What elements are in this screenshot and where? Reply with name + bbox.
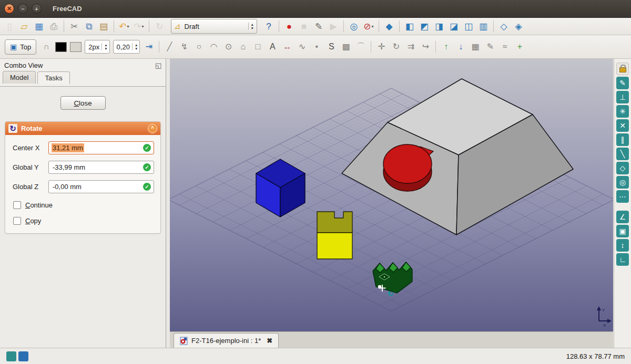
undo-icon[interactable]: ↶▾ [118, 20, 130, 33]
draft-dimension-icon[interactable]: ↔ [281, 40, 293, 53]
draft-polygon-icon[interactable]: ⌂ [237, 40, 249, 53]
continue-checkbox[interactable] [13, 201, 21, 209]
dropdown-arrow-icon[interactable]: ▾ [127, 24, 129, 29]
snap-working-plane-icon[interactable]: ▣ [616, 225, 629, 237]
snap-endpoint-icon[interactable]: ✎ [616, 77, 629, 89]
close-document-icon[interactable]: ✖ [267, 337, 272, 345]
draft-ellipse-icon[interactable]: ⊙ [222, 40, 235, 53]
snap-grid-icon[interactable]: ✳ [616, 105, 629, 118]
refresh-icon[interactable]: ↻ [153, 20, 166, 33]
macro-edit-icon[interactable]: ✎ [312, 20, 325, 33]
open-document-icon[interactable]: ▱ [18, 20, 30, 33]
snap-toggle-icon[interactable]: ∩ [40, 40, 53, 53]
draft-downgrade-icon[interactable]: ↓ [454, 40, 467, 53]
collapse-task-icon[interactable]: ^ [148, 124, 157, 133]
draft-trimex-icon[interactable]: ↪ [419, 40, 432, 53]
center-x-input[interactable]: 31,21 mm ✓ [48, 141, 154, 154]
line-width-arrows[interactable]: ▲▼ [101, 43, 107, 51]
zoom-fit-all-icon[interactable]: ◎ [348, 20, 360, 33]
draft-circle-icon[interactable]: ○ [192, 40, 205, 53]
draft-rectangle-icon[interactable]: □ [251, 40, 264, 53]
line-color-swatch[interactable] [55, 42, 67, 52]
draft-point-icon[interactable]: • [310, 40, 323, 53]
view-right-icon[interactable]: ◨ [433, 20, 445, 33]
document-tab[interactable]: F2-T16-ejemplo-ini : 1* ✖ [174, 333, 279, 348]
view-bottom-icon[interactable]: ◫ [462, 20, 475, 33]
new-document-icon[interactable]: ▯ [3, 20, 16, 33]
save-icon[interactable]: ▦ [33, 20, 45, 33]
draft-edit-icon[interactable]: ✎ [484, 40, 496, 53]
snap-perpendicular-icon[interactable]: ⊥ [616, 91, 629, 103]
close-window-button[interactable]: ✕ [4, 4, 14, 14]
tab-model[interactable]: Model [3, 71, 36, 84]
copy-checkbox-row[interactable]: Copy [13, 217, 160, 225]
view-top-icon[interactable]: ◩ [418, 20, 431, 33]
workbench-selector[interactable]: ⊿ Draft ▲▼ [171, 19, 257, 34]
text-scale-arrows[interactable]: ▲▼ [132, 43, 138, 51]
draft-move-icon[interactable]: ✛ [375, 40, 388, 53]
draft-text-icon[interactable]: A [266, 40, 279, 53]
whats-this-icon[interactable]: ? [262, 20, 275, 33]
snap-near-icon[interactable]: ⋯ [616, 190, 629, 203]
cut-icon[interactable]: ✂ [68, 20, 80, 33]
snap-extension-icon[interactable]: ╲ [616, 148, 629, 160]
minimize-window-button[interactable]: − [18, 4, 28, 14]
3d-viewport[interactable]: ↻ Y X [170, 59, 613, 331]
tab-tasks[interactable]: Tasks [37, 71, 69, 84]
snap-dimensions-icon[interactable]: ↕ [616, 239, 629, 252]
draft-add-point-icon[interactable]: + [513, 40, 526, 53]
draft-polyline-icon[interactable]: ↯ [178, 40, 190, 53]
print-icon[interactable]: ⎙ [47, 20, 60, 33]
draft-wire-to-bspline-icon[interactable]: ≈ [498, 40, 511, 53]
snap-special-icon[interactable]: ◇ [616, 162, 629, 174]
autogroup-icon[interactable]: ⇥ [143, 40, 155, 53]
continue-checkbox-row[interactable]: Continue [13, 201, 160, 209]
copy-icon[interactable]: ⧉ [83, 20, 95, 33]
freecad-window: { "window": { "title": "FreeCAD", "butto… [0, 0, 631, 364]
draft-rotate-icon[interactable]: ↻ [390, 40, 402, 53]
float-panel-icon[interactable]: ◱ [155, 61, 161, 69]
draft-arc-icon[interactable]: ◠ [207, 40, 220, 53]
snap-center-icon[interactable]: ◎ [616, 176, 629, 189]
snap-parallel-icon[interactable]: ∥ [616, 133, 629, 146]
draft-bspline-icon[interactable]: ∿ [296, 40, 308, 53]
view-axonometric-icon[interactable]: ◆ [383, 20, 395, 33]
red-knob-solid[interactable] [383, 144, 433, 191]
view-trimetric-icon[interactable]: ◈ [512, 20, 525, 33]
clipping-plane-icon[interactable]: ⊘▾ [362, 20, 375, 33]
draft-shapestring-icon[interactable]: S [325, 40, 338, 53]
global-z-input[interactable]: -0,00 mm ✓ [48, 180, 154, 193]
copy-checkbox[interactable] [13, 217, 21, 225]
face-color-swatch[interactable] [70, 42, 82, 52]
view-rear-icon[interactable]: ◪ [447, 20, 460, 33]
draft-bezier-icon[interactable]: ⌒ [354, 40, 367, 53]
snap-lock-icon[interactable] [616, 63, 629, 75]
paste-icon[interactable]: ▤ [97, 20, 110, 33]
maximize-window-button[interactable]: + [32, 4, 42, 14]
global-y-input[interactable]: -33,99 mm ✓ [48, 161, 154, 174]
snap-ortho-icon[interactable]: ∟ [616, 253, 629, 266]
workbench-selector-arrows[interactable]: ▲▼ [248, 23, 254, 30]
macro-record-icon[interactable]: ● [283, 20, 296, 33]
draft-upgrade-icon[interactable]: ↑ [440, 40, 452, 53]
redo-icon[interactable]: ↷▾ [133, 20, 145, 33]
yellow-block-solid[interactable] [317, 212, 352, 259]
dropdown-arrow-icon[interactable]: ▾ [372, 24, 374, 29]
snap-angle-icon[interactable]: ∠ [616, 211, 629, 223]
snap-intersection-icon[interactable]: ✕ [616, 119, 629, 132]
close-task-button[interactable]: Close [60, 96, 106, 110]
view-front-icon[interactable]: ◧ [403, 20, 416, 33]
macro-stop-icon[interactable]: ■ [298, 20, 310, 33]
dropdown-arrow-icon[interactable]: ▾ [142, 24, 144, 29]
draft-line-icon[interactable]: ╱ [163, 40, 176, 53]
macro-execute-icon[interactable]: ▶ [327, 20, 340, 33]
draft-offset-icon[interactable]: ⇉ [404, 40, 417, 53]
line-width-spinbox[interactable]: 2px ▲▼ [85, 40, 109, 54]
working-plane-button[interactable]: ▣ Top [5, 39, 36, 55]
view-dimetric-icon[interactable]: ◇ [497, 20, 510, 33]
text-scale-spinbox[interactable]: 0,20 ▲▼ [113, 40, 140, 54]
draft-facebinder-icon[interactable]: ▩ [340, 40, 352, 53]
draft-scale-icon[interactable]: ▦ [469, 40, 482, 53]
view-left-icon[interactable]: ▥ [477, 20, 490, 33]
text-scale-value: 0,20 [117, 43, 130, 51]
